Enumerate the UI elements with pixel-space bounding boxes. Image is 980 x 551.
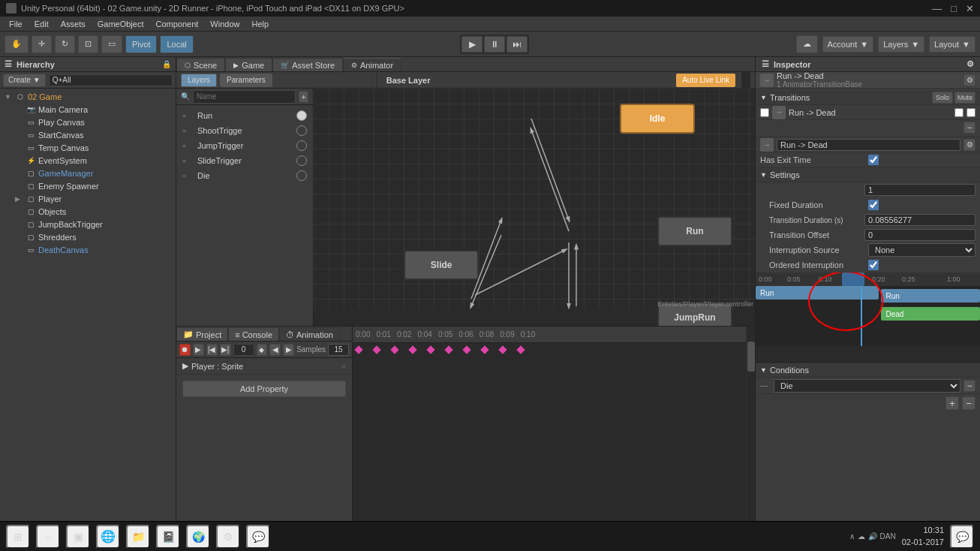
tools-move-btn[interactable]: ✛ — [32, 35, 52, 53]
param-die-trigger[interactable] — [296, 170, 307, 181]
track-run2[interactable]: Run — [881, 289, 980, 303]
tools-rotate-btn[interactable]: ↻ — [55, 35, 75, 53]
tab-assetstore[interactable]: 🛒 Asset Store — [272, 58, 343, 71]
transition-offset-input[interactable]: 0 — [864, 229, 975, 241]
tree-item-objects[interactable]: ▢ Objects — [0, 205, 176, 218]
timeline-scrollbar[interactable] — [746, 327, 755, 521]
layers-dropdown[interactable]: Layers ▼ — [878, 36, 924, 53]
param-add-btn[interactable]: + — [299, 91, 308, 103]
transition-mute-check[interactable] — [966, 108, 975, 117]
anim-frame-input[interactable] — [233, 344, 254, 356]
state-slide[interactable]: Slide — [404, 250, 479, 280]
tab-project[interactable]: 📁 Project — [176, 327, 228, 341]
keyframe-diamond[interactable] — [426, 345, 434, 354]
state-idle[interactable]: Idle — [620, 104, 695, 134]
layout-dropdown[interactable]: Layout ▼ — [929, 36, 975, 53]
tree-item-gamemanager[interactable]: ▢ GameManager — [0, 167, 176, 179]
tools-hand-btn[interactable]: ✋ — [5, 35, 29, 53]
taskbar-search-btn[interactable]: ○ — [36, 525, 60, 549]
taskbar-start-btn[interactable]: ⊞ — [6, 525, 30, 549]
menu-edit[interactable]: Edit — [29, 20, 55, 29]
param-shoot-trigger[interactable] — [296, 125, 307, 136]
local-btn[interactable]: Local — [160, 35, 193, 53]
anim-play-btn[interactable]: ▶ — [193, 344, 204, 356]
taskbar-notifications-btn[interactable]: 💬 — [950, 525, 974, 549]
tree-item-startcanvas[interactable]: ▭ StartCanvas — [0, 128, 176, 141]
add-property-btn[interactable]: Add Property — [182, 381, 346, 397]
settings-section-header[interactable]: ▼ Settings — [756, 167, 980, 182]
tree-item-player[interactable]: ▶ ▢ Player — [0, 192, 176, 205]
ordered-interruption-check[interactable] — [868, 260, 879, 270]
param-jumptrigger[interactable]: = JumpTrigger — [176, 138, 313, 153]
state-run[interactable]: Run — [657, 216, 732, 246]
animator-grid[interactable]: Idle Run Slide JumpRun — [314, 89, 755, 309]
transition-solo-check[interactable] — [954, 108, 963, 117]
param-jump-trigger[interactable] — [296, 140, 307, 151]
pivot-btn[interactable]: Pivot — [125, 35, 157, 53]
menu-window[interactable]: Window — [204, 20, 245, 29]
keyframe-diamond[interactable] — [480, 345, 488, 354]
taskbar-ie-btn[interactable]: 🌐 — [96, 525, 120, 549]
taskbar-explorer-btn[interactable]: 📁 — [126, 525, 150, 549]
fixed-duration-check[interactable] — [868, 200, 879, 210]
interruption-source-select[interactable]: None — [868, 243, 975, 257]
menu-assets[interactable]: Assets — [55, 20, 92, 29]
tools-rect-btn[interactable]: ▭ — [101, 35, 122, 53]
param-slide-trigger[interactable] — [296, 155, 307, 166]
step-btn[interactable]: ⏭ — [507, 36, 528, 53]
hierarchy-lock[interactable]: 🔒 — [162, 60, 171, 68]
tree-item-eventsystem[interactable]: ⚡ EventSystem — [0, 154, 176, 167]
maximize-btn[interactable]: □ — [951, 3, 957, 14]
param-die[interactable]: = Die — [176, 168, 313, 183]
add-condition-btn[interactable]: + — [945, 396, 959, 410]
tree-item-deathcanvas[interactable]: ▭ DeathCanvas — [0, 243, 176, 256]
tab-game[interactable]: ▶ Game — [225, 58, 272, 71]
layers-tab-btn[interactable]: Layers — [181, 74, 217, 87]
param-run[interactable]: = Run — [176, 108, 313, 123]
param-run-trigger[interactable] — [296, 110, 307, 121]
tools-scale-btn[interactable]: ⊡ — [78, 35, 98, 53]
tree-item-tempcanvas[interactable]: ▭ Temp Canvas — [0, 141, 176, 154]
anim-prev-key-btn[interactable]: ◀ — [269, 344, 281, 356]
menu-component[interactable]: Component — [149, 20, 204, 29]
scrollbar-thumb[interactable] — [747, 342, 755, 372]
keyframe-diamond[interactable] — [498, 345, 507, 354]
tab-animation[interactable]: ⏱ Animation — [279, 327, 340, 341]
keyframe-diamond[interactable] — [408, 345, 416, 354]
tab-animator[interactable]: ⚙ Animator — [343, 58, 401, 71]
transition-name-input[interactable] — [777, 139, 960, 151]
parameters-tab-btn[interactable]: Parameters — [220, 74, 272, 87]
transition-duration-input[interactable]: 0.08556277 — [864, 214, 975, 226]
condition-die-select[interactable]: Die — [774, 379, 960, 393]
minimize-btn[interactable]: — — [932, 3, 942, 14]
tab-console[interactable]: ≡ Console — [228, 327, 279, 341]
play-btn[interactable]: ▶ — [461, 36, 482, 53]
tree-item-02game[interactable]: ▼ ⬡ 02 Game — [0, 90, 176, 103]
tree-item-jumpbacktrigger[interactable]: ▢ JumpBackTrigger — [0, 218, 176, 230]
exit-time-input[interactable] — [864, 184, 975, 196]
anim-step-fwd-btn[interactable]: ▶| — [220, 344, 231, 356]
insp-settings-gear[interactable]: ⚙ — [963, 74, 975, 86]
tree-item-maincamera[interactable]: 📷 Main Camera — [0, 103, 176, 116]
keyframe-diamond[interactable] — [372, 345, 380, 354]
anim-step-back-btn[interactable]: |◀ — [206, 344, 218, 356]
tree-item-enemyspawner[interactable]: ▢ Enemy Spawner — [0, 179, 176, 192]
keyframe-diamond[interactable] — [444, 345, 452, 354]
samples-input[interactable]: 15 — [328, 344, 349, 356]
anim-next-key-btn[interactable]: ▶ — [283, 344, 294, 356]
auto-live-link-btn[interactable]: Auto Live Link — [676, 74, 735, 87]
track-dead[interactable]: Dead — [881, 307, 980, 321]
keyframe-diamond[interactable] — [354, 345, 362, 354]
account-dropdown[interactable]: Account ▼ — [822, 36, 874, 53]
transition-name-gear[interactable]: ⚙ — [963, 139, 975, 151]
timeline-playhead[interactable] — [861, 286, 862, 346]
inspector-gear[interactable]: ⚙ — [966, 59, 974, 69]
remove-condition-btn[interactable]: − — [962, 396, 975, 410]
tab-scene[interactable]: ⬡ Scene — [176, 58, 225, 71]
condition-remove-btn[interactable]: − — [963, 380, 975, 392]
transitions-header[interactable]: ▼ Transitions Solo Mute — [756, 90, 980, 105]
cloud-btn[interactable]: ☁ — [796, 35, 818, 53]
taskbar-chrome-btn[interactable]: 🌍 — [186, 525, 210, 549]
menu-help[interactable]: Help — [245, 20, 275, 29]
keyframe-diamond[interactable] — [462, 345, 470, 354]
